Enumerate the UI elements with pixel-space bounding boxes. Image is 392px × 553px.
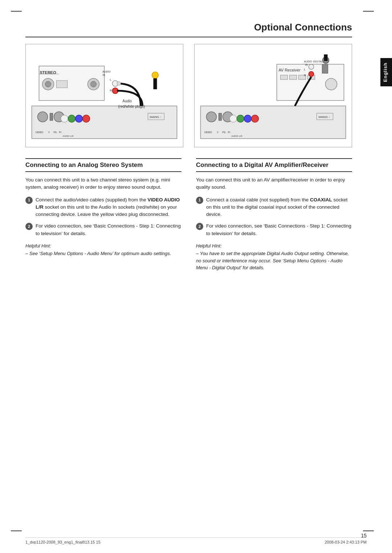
svg-text:MAINS ~: MAINS ~ xyxy=(319,115,331,119)
svg-text:R: R xyxy=(304,74,306,77)
step-number-2: 2 xyxy=(25,223,33,230)
svg-text:Audio: Audio xyxy=(123,99,132,103)
svg-rect-0 xyxy=(32,106,177,139)
right-step-number-1: 1 xyxy=(196,197,203,204)
page-footer: 1_dvp1120-2008_93_eng1_final813.15 15 20… xyxy=(25,537,367,544)
svg-point-21 xyxy=(91,81,97,87)
svg-rect-52 xyxy=(290,75,297,79)
right-diagram: VIDEO Y Pb Pr AUDIO L/R MAINS ~ AV Recei… xyxy=(194,44,352,147)
svg-rect-65 xyxy=(324,54,328,61)
svg-text:AV Receiver: AV Receiver xyxy=(279,68,301,72)
svg-point-28 xyxy=(152,72,159,78)
right-section-intro: You can connect this unit to an AV ampli… xyxy=(196,176,352,191)
svg-point-42 xyxy=(230,115,237,122)
left-step-1: 1 Connect the audio/video cables (suppli… xyxy=(25,196,181,218)
svg-text:AUDIO: AUDIO xyxy=(304,60,313,63)
left-helpful-hint: Helpful Hint: – See ‘Setup Menu Options … xyxy=(25,242,181,257)
right-steps-list: 1 Connect a coaxial cable (not supplied)… xyxy=(196,196,352,237)
svg-text:MAINS ~: MAINS ~ xyxy=(150,115,162,119)
svg-text:Pb: Pb xyxy=(222,131,226,134)
svg-text:DIGITAL: DIGITAL xyxy=(313,60,323,63)
svg-text:L: L xyxy=(304,68,306,71)
svg-rect-19 xyxy=(57,81,68,88)
right-content-col: Connecting to a Digital AV Amplifier/Rec… xyxy=(196,158,352,271)
right-step-1: 1 Connect a coaxial cable (not supplied)… xyxy=(196,196,352,218)
right-helpful-hint: Helpful Hint: – You have to set the appr… xyxy=(196,242,352,271)
page-title: Optional Connections xyxy=(25,22,352,37)
svg-rect-29 xyxy=(154,78,157,89)
corner-mark-tl xyxy=(11,11,22,12)
right-step-number-2: 2 xyxy=(196,223,203,230)
svg-point-8 xyxy=(61,115,68,122)
svg-point-1 xyxy=(38,112,48,122)
left-section-title: Connecting to an Analog Stereo System xyxy=(25,158,181,172)
svg-text:Pr: Pr xyxy=(59,131,62,134)
footer-left: 1_dvp1120-2008_93_eng1_final813.15 15 xyxy=(25,540,101,544)
svg-rect-51 xyxy=(281,75,288,79)
step-number-1: 1 xyxy=(25,197,33,204)
svg-point-62 xyxy=(309,71,314,77)
left-steps-list: 1 Connect the audio/video cables (suppli… xyxy=(25,196,181,237)
svg-text:VIDEO: VIDEO xyxy=(204,131,212,134)
svg-rect-34 xyxy=(201,106,346,139)
corner-mark-br xyxy=(363,531,374,531)
svg-text:R: R xyxy=(110,89,112,92)
svg-text:(red/white plugs): (red/white plugs) xyxy=(118,105,145,108)
footer-right: 2008-03-24 2:43:13 PM xyxy=(324,540,367,544)
left-step-2-text: For video connection, see ‘Basic Connect… xyxy=(36,222,181,237)
svg-point-60 xyxy=(309,64,314,69)
content-row: Connecting to an Analog Stereo System Yo… xyxy=(25,158,352,271)
right-step-1-text: Connect a coaxial cable (not supplied) f… xyxy=(206,196,352,218)
svg-text:AUDIO L/R: AUDIO L/R xyxy=(232,135,243,137)
right-section-title: Connecting to a Digital AV Amplifier/Rec… xyxy=(196,158,352,172)
left-section-intro: You can connect this unit to a two chann… xyxy=(25,176,181,191)
left-step-2: 2 For video connection, see ‘Basic Conne… xyxy=(25,222,181,237)
svg-point-11 xyxy=(83,115,90,122)
left-hint-title: Helpful Hint: xyxy=(25,242,181,250)
left-step-1-text: Connect the audio/video cables (supplied… xyxy=(36,196,181,218)
svg-point-44 xyxy=(244,115,252,122)
svg-text:AUDIO L/R: AUDIO L/R xyxy=(63,135,74,137)
svg-point-55 xyxy=(326,78,337,90)
svg-point-33 xyxy=(117,82,121,85)
svg-rect-63 xyxy=(322,65,328,73)
svg-point-9 xyxy=(68,115,75,122)
svg-point-18 xyxy=(45,81,51,87)
svg-text:IN: IN xyxy=(103,74,105,76)
right-hint-text: – You have to set the appropriate Digita… xyxy=(196,250,352,271)
left-content-col: Connecting to an Analog Stereo System Yo… xyxy=(25,158,181,271)
svg-point-45 xyxy=(252,115,259,122)
svg-text:Pr: Pr xyxy=(228,131,231,134)
svg-rect-36 xyxy=(219,113,222,120)
svg-text:Y: Y xyxy=(48,131,50,134)
right-step-2-text: For video connection, see ‘Basic Connect… xyxy=(206,222,352,237)
corner-mark-tr xyxy=(363,11,374,12)
svg-point-43 xyxy=(237,115,244,122)
svg-point-35 xyxy=(207,112,217,122)
left-diagram: VIDEO Y Pb Pr AUDIO L/R MAINS ~ STEREO xyxy=(25,44,183,147)
right-step-2: 2 For video connection, see ‘Basic Conne… xyxy=(196,222,352,237)
svg-text:IN: IN xyxy=(305,64,308,66)
language-tab: English xyxy=(380,58,392,86)
diagrams-row: VIDEO Y Pb Pr AUDIO L/R MAINS ~ STEREO xyxy=(25,44,352,147)
svg-text:AUDIO: AUDIO xyxy=(103,70,111,73)
right-hint-title: Helpful Hint: xyxy=(196,242,352,250)
svg-text:L: L xyxy=(110,78,112,81)
svg-text:Y: Y xyxy=(217,131,219,134)
svg-text:Pb: Pb xyxy=(54,131,57,134)
svg-point-10 xyxy=(75,115,83,122)
left-hint-text: – See ‘Setup Menu Options - Audio Menu’ … xyxy=(25,250,181,257)
corner-mark-bl xyxy=(11,531,22,531)
svg-text:VIDEO: VIDEO xyxy=(36,131,44,134)
svg-rect-2 xyxy=(50,113,53,120)
